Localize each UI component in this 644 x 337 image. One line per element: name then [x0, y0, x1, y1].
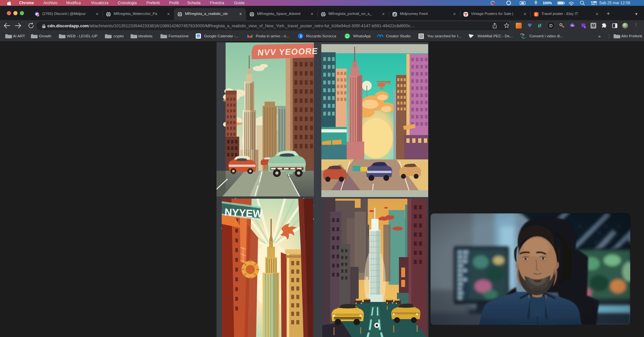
svg-text:2k: 2k: [37, 15, 39, 17]
svg-text:»: »: [598, 34, 601, 39]
svg-text:100%: 100%: [543, 1, 552, 5]
svg-text:E: E: [535, 12, 537, 16]
svg-text:NVV YEOORE: NVV YEOORE: [257, 46, 318, 57]
svg-text:NYYEW: NYYEW: [224, 206, 263, 220]
svg-text:5: 5: [584, 26, 586, 28]
svg-text:31: 31: [197, 35, 200, 38]
